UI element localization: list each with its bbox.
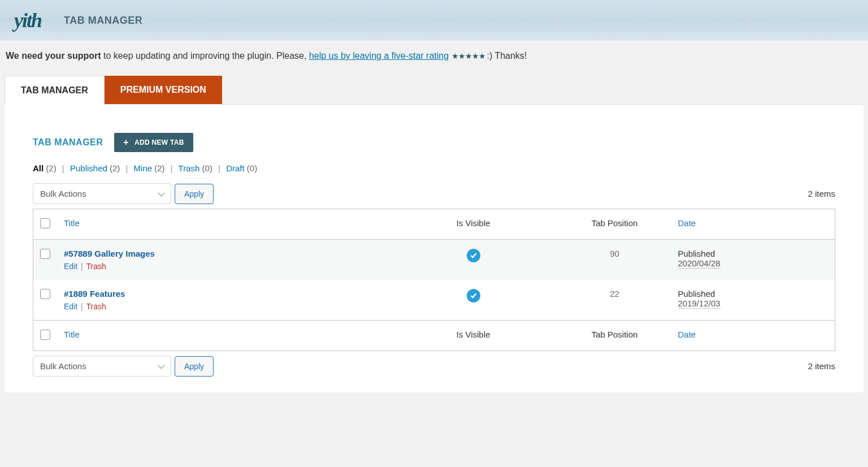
row-checkbox[interactable] <box>40 249 50 259</box>
position-value: 22 <box>558 280 671 321</box>
filter-published[interactable]: Published (2) <box>70 163 120 173</box>
header-title: TAB MANAGER <box>64 15 142 27</box>
row-checkbox[interactable] <box>40 289 50 299</box>
date-value: 2020/04/28 <box>678 258 721 269</box>
table-row: #1889 Features Edit | Trash 22 Published… <box>33 280 835 321</box>
trash-link[interactable]: Trash <box>86 302 106 311</box>
plus-icon: + <box>123 138 129 147</box>
table-row: #57889 Gallery Images Edit | Trash 90 Pu… <box>33 240 835 280</box>
bulk-actions-top: Bulk Actions Apply <box>33 183 214 204</box>
tab-premium[interactable]: PREMIUM VERSION <box>105 76 222 104</box>
col-position-header: Tab Position <box>558 209 671 240</box>
select-all-header <box>33 209 58 240</box>
date-status: Published <box>678 289 828 299</box>
filter-all[interactable]: All (2) <box>33 163 57 173</box>
row-actions: Edit | Trash <box>64 262 382 271</box>
col-position-footer: Tab Position <box>558 321 671 351</box>
header-banner: yith TAB MANAGER <box>0 0 868 41</box>
filter-trash[interactable]: Trash (0) <box>179 163 212 173</box>
row-actions: Edit | Trash <box>64 302 382 311</box>
check-icon <box>467 249 480 262</box>
notice-link[interactable]: help us by leaving a five-star rating <box>309 51 449 60</box>
content-area: TAB MANAGER + ADD NEW TAB All (2) | Publ… <box>5 105 863 392</box>
col-date-header[interactable]: Date <box>671 209 835 240</box>
apply-button-bottom[interactable]: Apply <box>175 356 214 377</box>
yith-logo: yith <box>14 8 41 32</box>
row-title-link[interactable]: #57889 Gallery Images <box>64 249 155 258</box>
main-panel: TAB MANAGER PREMIUM VERSION TAB MANAGER … <box>5 76 863 392</box>
tablenav-bottom: Bulk Actions Apply 2 items <box>33 356 835 377</box>
bulk-select-top[interactable]: Bulk Actions <box>33 183 171 204</box>
page-head: TAB MANAGER + ADD NEW TAB <box>33 133 835 152</box>
select-all-checkbox-bottom[interactable] <box>40 330 50 340</box>
col-title-footer[interactable]: Title <box>57 321 389 351</box>
items-count-bottom: 2 items <box>808 361 835 371</box>
tablenav-top: Bulk Actions Apply 2 items <box>33 183 835 204</box>
position-value: 90 <box>558 240 671 280</box>
filter-mine[interactable]: Mine (2) <box>134 163 165 173</box>
tabs-nav: TAB MANAGER PREMIUM VERSION <box>5 76 863 105</box>
trash-link[interactable]: Trash <box>86 262 106 271</box>
bulk-select-bottom[interactable]: Bulk Actions <box>33 356 171 377</box>
notice-text1: to keep updating and improving the plugi… <box>101 51 309 60</box>
apply-button-top[interactable]: Apply <box>175 184 214 204</box>
notice-bold: We need your support <box>6 51 101 60</box>
select-all-checkbox-top[interactable] <box>40 218 50 228</box>
add-button-label: ADD NEW TAB <box>134 139 184 146</box>
edit-link[interactable]: Edit <box>64 262 77 271</box>
date-value: 2019/12/03 <box>678 299 721 309</box>
date-status: Published <box>678 249 828 258</box>
select-all-footer <box>33 321 58 351</box>
col-date-footer[interactable]: Date <box>671 321 835 351</box>
bulk-actions-bottom: Bulk Actions Apply <box>33 356 214 377</box>
tabs-table: Title Is Visible Tab Position Date #5788… <box>33 209 835 351</box>
edit-link[interactable]: Edit <box>64 302 77 311</box>
page-title: TAB MANAGER <box>33 137 103 148</box>
items-count-top: 2 items <box>808 189 835 198</box>
tab-manager[interactable]: TAB MANAGER <box>5 76 105 105</box>
add-new-tab-button[interactable]: + ADD NEW TAB <box>114 133 193 152</box>
filter-draft[interactable]: Draft (0) <box>226 163 257 173</box>
check-icon <box>467 289 480 302</box>
support-notice: We need your support to keep updating an… <box>0 41 868 71</box>
status-filters: All (2) | Published (2) | Mine (2) | Tra… <box>33 163 835 173</box>
col-title-header[interactable]: Title <box>57 209 389 240</box>
col-visible-footer: Is Visible <box>389 321 558 351</box>
stars-icon: ★★★★★ <box>452 51 487 60</box>
col-visible-header: Is Visible <box>389 209 558 240</box>
row-title-link[interactable]: #1889 Features <box>64 289 125 299</box>
notice-text2: :) Thanks! <box>487 51 527 60</box>
